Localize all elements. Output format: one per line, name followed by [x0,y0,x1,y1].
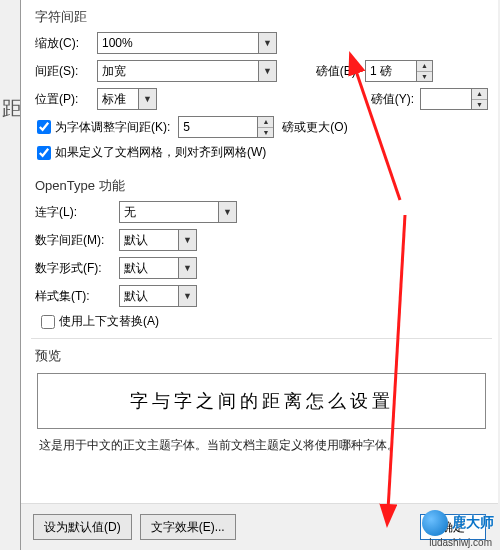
num-form-label: 数字形式(F): [35,260,113,277]
snap-grid-checkbox[interactable] [37,146,51,160]
row-num-form: 数字形式(F): ▼ [35,257,488,279]
scale-input[interactable] [97,32,277,54]
context-alt-label: 使用上下文替换(A) [59,313,159,330]
kerning-suffix: 磅或更大(O) [282,119,347,136]
kerning-checkbox[interactable] [37,120,51,134]
chevron-up-icon: ▲ [417,61,432,72]
kerning-label: 为字体调整字间距(K): [55,119,170,136]
kerning-input[interactable] [178,116,258,138]
section-preview: 预览 [35,347,488,365]
by-value-y-input[interactable] [420,88,472,110]
position-label: 位置(P): [35,91,91,108]
preview-box: 字与字之间的距离怎么设置 [37,373,486,429]
watermark-url: ludashiwj.com [429,537,492,548]
scale-combo[interactable]: ▼ [97,32,277,54]
by-value-spinner[interactable]: ▲▼ [365,60,433,82]
num-spacing-input[interactable] [119,229,197,251]
row-ligature: 连字(L): ▼ [35,201,488,223]
spacing-label: 间距(S): [35,63,91,80]
style-set-combo[interactable]: ▼ [119,285,197,307]
watermark: 鹿大师 [422,510,494,536]
kerning-spinner[interactable]: ▲▼ [178,116,274,138]
num-form-combo[interactable]: ▼ [119,257,197,279]
section-char-spacing: 字符间距 [35,8,488,26]
num-form-input[interactable] [119,257,197,279]
preview-note: 这是用于中文的正文主题字体。当前文档主题定义将使用哪种字体。 [39,437,488,454]
spinner-buttons[interactable]: ▲▼ [258,116,274,138]
row-kerning: 为字体调整字间距(K): ▲▼ 磅或更大(O) [37,116,488,138]
by-value-label: 磅值(B): [303,63,359,80]
scale-label: 缩放(C): [35,35,91,52]
chevron-up-icon: ▲ [258,117,273,128]
row-num-spacing: 数字间距(M): ▼ [35,229,488,251]
style-set-input[interactable] [119,285,197,307]
row-spacing: 间距(S): ▼ 磅值(B): ▲▼ [35,60,488,82]
snap-grid-label: 如果定义了文档网格，则对齐到网格(W) [55,144,266,161]
preview-text: 字与字之间的距离怎么设置 [130,389,394,413]
row-style-set: 样式集(T): ▼ [35,285,488,307]
chevron-down-icon: ▼ [472,100,487,110]
divider [31,338,492,339]
watermark-brand: 鹿大师 [452,514,494,532]
position-combo[interactable]: ▼ [97,88,157,110]
ligature-combo[interactable]: ▼ [119,201,237,223]
chevron-down-icon: ▼ [417,72,432,82]
set-default-button[interactable]: 设为默认值(D) [33,514,132,540]
ligature-input[interactable] [119,201,237,223]
context-alt-checkbox[interactable] [41,315,55,329]
row-context-alt: 使用上下文替换(A) [41,313,488,330]
text-effects-button[interactable]: 文字效果(E)... [140,514,236,540]
row-position: 位置(P): ▼ 磅值(Y): ▲▼ [35,88,488,110]
by-value-input[interactable] [365,60,417,82]
by-value-y-spinner[interactable]: ▲▼ [420,88,488,110]
by-value-y-label: 磅值(Y): [358,91,414,108]
num-spacing-label: 数字间距(M): [35,232,113,249]
spinner-buttons[interactable]: ▲▼ [417,60,433,82]
num-spacing-combo[interactable]: ▼ [119,229,197,251]
left-crop-label: 距 [2,95,22,122]
section-opentype: OpenType 功能 [35,177,488,195]
globe-icon [422,510,448,536]
spinner-buttons[interactable]: ▲▼ [472,88,488,110]
spacing-input[interactable] [97,60,277,82]
style-set-label: 样式集(T): [35,288,113,305]
position-input[interactable] [97,88,157,110]
font-dialog: 字符间距 缩放(C): ▼ 间距(S): ▼ 磅值(B): ▲▼ 位置(P): … [20,0,498,550]
chevron-up-icon: ▲ [472,89,487,100]
ligature-label: 连字(L): [35,204,113,221]
row-snap-grid: 如果定义了文档网格，则对齐到网格(W) [37,144,488,161]
row-scale: 缩放(C): ▼ [35,32,488,54]
spacing-combo[interactable]: ▼ [97,60,277,82]
chevron-down-icon: ▼ [258,128,273,138]
